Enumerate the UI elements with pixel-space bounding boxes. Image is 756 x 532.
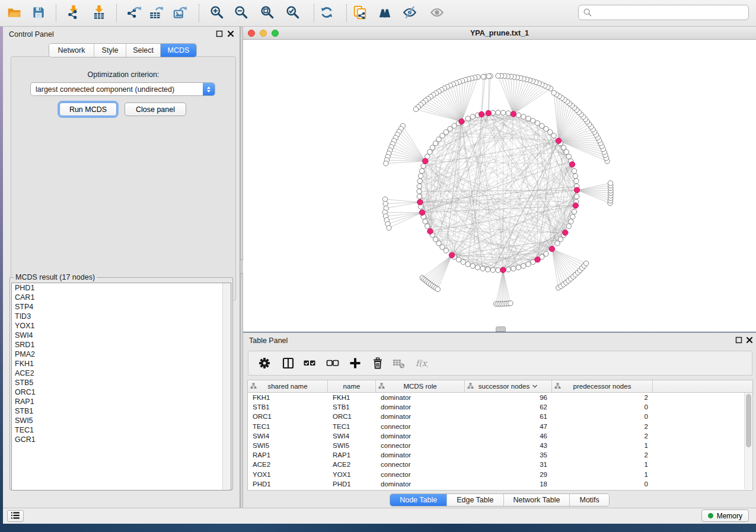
- tab-node-table[interactable]: Node Table: [390, 494, 447, 506]
- table-cell[interactable]: RAP1: [248, 450, 328, 460]
- table-row[interactable]: STB1STB1dominator620: [248, 402, 752, 412]
- zoom-in-button[interactable]: [207, 2, 227, 23]
- table-close-icon[interactable]: [745, 336, 753, 344]
- delete-row-button[interactable]: [369, 354, 387, 372]
- network-canvas[interactable]: [243, 40, 756, 332]
- table-cell[interactable]: FKH1: [328, 393, 376, 402]
- table-cell[interactable]: RAP1: [328, 450, 376, 460]
- tab-mcds[interactable]: MCDS: [161, 44, 196, 57]
- criterion-dropdown[interactable]: largest connected component (undirected): [30, 82, 215, 96]
- table-cell[interactable]: 35: [465, 450, 552, 460]
- table-cell[interactable]: ORC1: [328, 412, 376, 421]
- open-file-button[interactable]: [4, 2, 24, 23]
- column-header-predecessor-nodes[interactable]: predecessor nodes: [552, 380, 653, 392]
- table-cell[interactable]: dominator: [376, 393, 465, 402]
- horizontal-splitter-grip[interactable]: [496, 326, 506, 332]
- table-row[interactable]: ORC1ORC1dominator610: [248, 412, 752, 421]
- table-cell[interactable]: connector: [376, 422, 465, 431]
- table-scrollbar[interactable]: [744, 393, 752, 489]
- table-cell[interactable]: 61: [465, 412, 552, 421]
- refresh-button[interactable]: [317, 2, 337, 23]
- mcds-node-item[interactable]: RAP1: [12, 397, 231, 406]
- table-cell[interactable]: connector: [376, 460, 465, 469]
- table-cell[interactable]: 96: [465, 393, 552, 402]
- table-cell[interactable]: STB1: [248, 402, 328, 412]
- table-cell[interactable]: 18: [465, 479, 552, 489]
- table-cell[interactable]: 0: [552, 402, 653, 412]
- table-cell[interactable]: 43: [465, 441, 552, 450]
- mcds-node-item[interactable]: ACE2: [12, 368, 231, 378]
- table-row[interactable]: TEC1TEC1connector472: [248, 422, 752, 431]
- hide-selected-eye-button[interactable]: [400, 2, 420, 23]
- export-network-button[interactable]: [124, 2, 144, 23]
- zoom-selected-button[interactable]: [283, 2, 303, 23]
- table-cell[interactable]: PHD1: [328, 479, 376, 489]
- table-cell[interactable]: 46: [465, 431, 552, 441]
- mcds-node-item[interactable]: TEC1: [12, 425, 231, 435]
- close-panel-button[interactable]: Close panel: [125, 102, 186, 116]
- table-cell[interactable]: 1: [552, 470, 653, 479]
- table-row[interactable]: PHD1PHD1dominator180: [248, 479, 752, 489]
- table-cell[interactable]: ACE2: [328, 460, 376, 469]
- mcds-list-scrollbar[interactable]: [222, 283, 231, 490]
- column-header-name[interactable]: name: [328, 380, 376, 392]
- table-settings-button[interactable]: [256, 354, 273, 372]
- table-cell[interactable]: 29: [465, 470, 552, 479]
- table-cell[interactable]: YOX1: [248, 470, 328, 479]
- table-cell[interactable]: TEC1: [248, 422, 328, 431]
- table-cell[interactable]: SWI4: [248, 431, 328, 441]
- table-cell[interactable]: TEC1: [328, 422, 376, 431]
- mcds-node-item[interactable]: STP4: [12, 302, 231, 312]
- table-cell[interactable]: 62: [465, 402, 552, 412]
- table-cell[interactable]: 0: [552, 479, 653, 489]
- mcds-node-item[interactable]: FKH1: [12, 359, 231, 368]
- run-mcds-button[interactable]: Run MCDS: [59, 102, 117, 116]
- mcds-node-item[interactable]: PMA2: [12, 350, 231, 359]
- table-cell[interactable]: 2: [552, 431, 653, 441]
- table-float-window-icon[interactable]: [735, 336, 742, 344]
- table-cell[interactable]: ACE2: [248, 460, 328, 469]
- table-cell[interactable]: 1: [552, 441, 653, 450]
- mcds-node-item[interactable]: TID3: [12, 312, 231, 321]
- float-window-icon[interactable]: [215, 30, 223, 38]
- table-cell[interactable]: YOX1: [328, 470, 376, 479]
- column-header-MCDS-role[interactable]: MCDS role: [376, 380, 465, 392]
- find-binoculars-button[interactable]: [375, 2, 395, 23]
- table-cell[interactable]: dominator: [376, 412, 465, 421]
- table-row[interactable]: RAP1RAP1dominator352: [248, 450, 752, 460]
- table-row[interactable]: SWI5SWI5connector431: [248, 441, 752, 450]
- zoom-fit-button[interactable]: [257, 2, 277, 23]
- column-header-shared-name[interactable]: shared name: [248, 380, 328, 392]
- mcds-node-item[interactable]: PHD1: [12, 283, 231, 293]
- mcds-node-item[interactable]: SWI4: [12, 331, 231, 340]
- tab-edge-table[interactable]: Edge Table: [447, 494, 503, 506]
- table-cell[interactable]: dominator: [376, 431, 465, 441]
- close-icon[interactable]: [227, 30, 234, 38]
- column-header-successor-nodes[interactable]: successor nodes: [465, 380, 552, 392]
- zoom-out-button[interactable]: [231, 2, 251, 23]
- mcds-node-item[interactable]: STB1: [12, 406, 231, 416]
- tab-style[interactable]: Style: [94, 44, 126, 57]
- table-cell[interactable]: dominator: [376, 450, 465, 460]
- table-row[interactable]: YOX1YOX1connector291: [248, 470, 752, 479]
- mcds-node-item[interactable]: STB5: [12, 378, 231, 387]
- table-cell[interactable]: dominator: [376, 479, 465, 489]
- import-network-button[interactable]: [63, 2, 84, 23]
- save-session-button[interactable]: [28, 2, 49, 23]
- table-cell[interactable]: connector: [376, 470, 465, 479]
- deselect-all-button[interactable]: [324, 354, 342, 372]
- table-row[interactable]: ACE2ACE2connector311: [248, 460, 752, 469]
- network-from-clipboard-button[interactable]: [350, 2, 370, 23]
- add-row-button[interactable]: [346, 354, 364, 372]
- search-input[interactable]: [595, 8, 744, 17]
- table-cell[interactable]: connector: [376, 441, 465, 450]
- table-cell[interactable]: PHD1: [248, 479, 328, 489]
- mcds-node-item[interactable]: ORC1: [12, 387, 231, 397]
- table-cell[interactable]: 47: [465, 422, 552, 431]
- task-history-button[interactable]: [7, 510, 24, 522]
- import-table-button[interactable]: [89, 2, 109, 23]
- export-image-button[interactable]: [170, 2, 190, 23]
- table-scrollbar-thumb[interactable]: [746, 394, 751, 447]
- table-row[interactable]: SWI4SWI4dominator462: [248, 431, 752, 441]
- table-cell[interactable]: STB1: [328, 402, 376, 412]
